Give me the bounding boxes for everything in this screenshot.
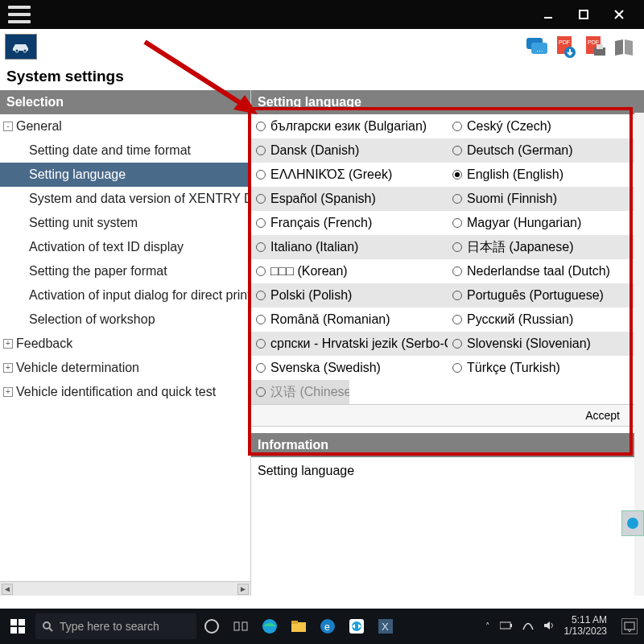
- window-chrome: [0, 0, 644, 29]
- accept-button[interactable]: Accept: [585, 409, 620, 422]
- search-icon: [42, 621, 53, 632]
- ie-icon[interactable]: e: [319, 617, 336, 635]
- language-option[interactable]: Svenska (Swedish): [251, 356, 448, 380]
- radio-icon: [452, 315, 462, 324]
- tray-chevron-icon[interactable]: ˄: [485, 621, 490, 632]
- explorer-icon[interactable]: [290, 617, 308, 635]
- language-label: Français (French): [270, 216, 372, 230]
- tree-item[interactable]: Setting date and time format: [0, 138, 250, 163]
- tree-item[interactable]: Setting language: [0, 163, 250, 187]
- clock-date: 1/13/2023: [564, 626, 607, 638]
- clock-time: 5:11 AM: [564, 615, 607, 626]
- radio-icon: [452, 363, 462, 373]
- taskbar-clock[interactable]: 5:11 AM 1/13/2023: [564, 615, 607, 638]
- svg-point-22: [43, 622, 50, 629]
- language-option[interactable]: □□□ (Korean): [251, 259, 448, 283]
- tray-battery-icon[interactable]: [500, 621, 513, 631]
- pdf-print-icon[interactable]: PDF: [583, 35, 607, 59]
- notifications-icon[interactable]: [621, 618, 638, 634]
- collapse-icon[interactable]: -: [3, 122, 13, 131]
- expand-icon[interactable]: +: [3, 363, 13, 373]
- language-label: српски - Hrvatski jezik (Serbo-C...: [270, 336, 448, 351]
- tree-item[interactable]: Selection of workshop: [0, 308, 250, 332]
- tree-item[interactable]: Activation of input dialog for direct pr…: [0, 283, 250, 308]
- language-option[interactable]: български език (Bulgarian): [251, 114, 448, 138]
- tree-item[interactable]: -General: [0, 114, 250, 138]
- svg-rect-19: [19, 619, 25, 625]
- tree-item[interactable]: System and data version of XENTRY Dia: [0, 187, 250, 211]
- radio-icon: [452, 339, 462, 349]
- expand-icon[interactable]: +: [3, 339, 13, 349]
- tree-item-label: Activation of input dialog for direct pr…: [29, 288, 250, 303]
- tree-item[interactable]: Setting the paper format: [0, 259, 250, 283]
- language-grid: български език (Bulgarian)Ceský (Czech)D…: [251, 114, 644, 404]
- taskview-icon[interactable]: [232, 617, 250, 635]
- expand-icon[interactable]: +: [3, 387, 13, 397]
- language-label: Magyar (Hungarian): [467, 216, 581, 230]
- language-option[interactable]: Türkçe (Turkish): [448, 356, 644, 380]
- language-option[interactable]: Dansk (Danish): [251, 138, 448, 163]
- pdf-down-icon[interactable]: PDF: [554, 35, 578, 59]
- language-label: Slovenski (Slovenian): [467, 336, 591, 351]
- language-option[interactable]: English (English): [448, 163, 644, 187]
- tree-item[interactable]: Activation of text ID display: [0, 235, 250, 259]
- scroll-left-icon[interactable]: ◄: [2, 584, 13, 595]
- svg-rect-15: [597, 44, 603, 49]
- language-option[interactable]: Italiano (Italian): [251, 235, 448, 259]
- radio-icon: [256, 266, 266, 276]
- language-option[interactable]: 汉语 (Chinese): [251, 380, 349, 404]
- tree-item[interactable]: +Vehicle identification and quick test: [0, 380, 250, 404]
- chat-icon[interactable]: …: [525, 35, 549, 59]
- scroll-right-icon[interactable]: ►: [237, 584, 249, 595]
- svg-rect-41: [625, 622, 634, 630]
- tree-item[interactable]: +Feedback: [0, 332, 250, 356]
- vehicle-button[interactable]: [5, 34, 37, 60]
- language-label: Nederlandse taal (Dutch): [467, 264, 610, 279]
- svg-rect-25: [234, 622, 239, 630]
- svg-rect-26: [242, 622, 247, 630]
- language-option[interactable]: Deutsch (German): [448, 138, 644, 163]
- tray-network-icon[interactable]: [522, 621, 534, 632]
- language-option[interactable]: Русский (Russian): [448, 308, 644, 332]
- language-option[interactable]: Polski (Polish): [251, 283, 448, 308]
- tree-item[interactable]: Setting unit system: [0, 211, 250, 235]
- tray-volume-icon[interactable]: [543, 621, 555, 632]
- start-button[interactable]: [0, 609, 35, 644]
- radio-icon: [256, 218, 266, 228]
- teamviewer-task-icon[interactable]: [348, 617, 365, 635]
- radio-icon: [452, 242, 462, 252]
- search-placeholder: Type here to search: [60, 620, 159, 633]
- xentry-task-icon[interactable]: X: [377, 617, 394, 635]
- edge-icon[interactable]: [261, 617, 279, 635]
- tree-item-label: System and data version of XENTRY Dia: [29, 192, 250, 206]
- settings-tree: -GeneralSetting date and time formatSett…: [0, 114, 250, 404]
- language-option[interactable]: Nederlandse taal (Dutch): [448, 259, 644, 283]
- tree-item-label: Vehicle identification and quick test: [16, 385, 216, 399]
- radio-icon: [452, 218, 462, 228]
- close-icon[interactable]: [613, 9, 625, 20]
- teamviewer-badge[interactable]: [621, 510, 644, 536]
- language-option[interactable]: 日本語 (Japanese): [448, 235, 644, 259]
- language-label: български език (Bulgarian): [270, 119, 427, 134]
- minimize-icon[interactable]: [543, 9, 554, 20]
- language-option[interactable]: Română (Romanian): [251, 308, 448, 332]
- language-label: Español (Spanish): [270, 192, 376, 206]
- language-option[interactable]: Ceský (Czech): [448, 114, 644, 138]
- tree-item-label: General: [16, 119, 62, 134]
- language-label: Svenska (Swedish): [270, 361, 381, 375]
- hamburger-icon[interactable]: [8, 6, 31, 23]
- language-option[interactable]: Slovenski (Slovenian): [448, 332, 644, 356]
- language-option[interactable]: Español (Spanish): [251, 187, 448, 211]
- tree-item[interactable]: +Vehicle determination: [0, 356, 250, 380]
- language-option[interactable]: српски - Hrvatski jezik (Serbo-C...: [251, 332, 448, 356]
- language-option[interactable]: Magyar (Hungarian): [448, 211, 644, 235]
- language-option[interactable]: Français (French): [251, 211, 448, 235]
- language-option[interactable]: Português (Portuguese): [448, 283, 644, 308]
- language-option[interactable]: Suomi (Finnish): [448, 187, 644, 211]
- maximize-icon[interactable]: [578, 9, 589, 20]
- language-option[interactable]: ΕΛΛΗΝΙΚΌΣ (Greek): [251, 163, 448, 187]
- left-hscroll[interactable]: ◄ ►: [0, 581, 250, 596]
- cortana-icon[interactable]: [203, 617, 221, 635]
- book-icon[interactable]: [612, 35, 636, 59]
- taskbar-search[interactable]: Type here to search: [35, 613, 196, 639]
